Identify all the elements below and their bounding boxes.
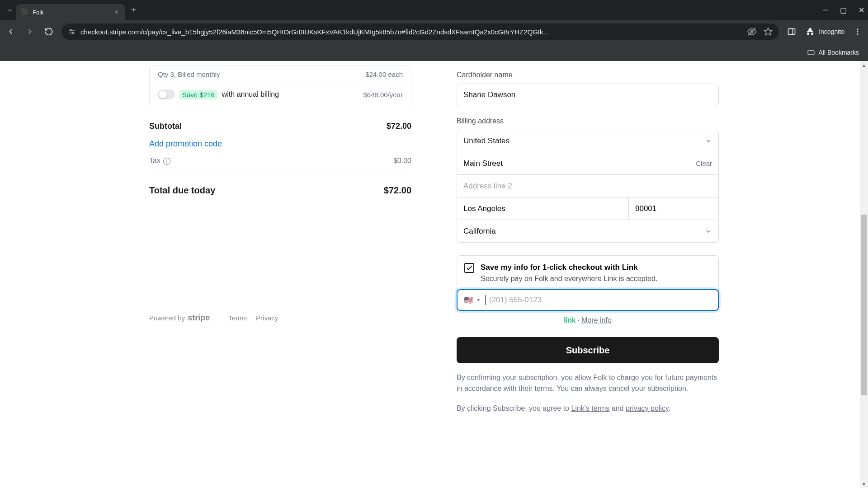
billing-address-group: United States Clear Address line 2 Calif… bbox=[457, 130, 719, 243]
new-tab-button[interactable]: + bbox=[125, 5, 143, 15]
incognito-label: Incognito bbox=[819, 28, 844, 35]
payment-form-column: Cardholder name Shane Dawson Billing add… bbox=[434, 61, 760, 488]
cardholder-label: Cardholder name bbox=[457, 71, 719, 79]
promo-code-link[interactable]: Add promotion code bbox=[149, 139, 411, 149]
tab-strip: ⬛ Folk × + bbox=[4, 0, 143, 20]
bookmark-star-icon[interactable] bbox=[764, 27, 773, 36]
privacy-link[interactable]: Privacy bbox=[256, 314, 278, 322]
links-terms-link[interactable]: Link's terms bbox=[571, 404, 609, 412]
menu-icon[interactable] bbox=[852, 26, 863, 38]
annual-toggle[interactable] bbox=[158, 89, 175, 99]
phone-placeholder: (201) 555-0123 bbox=[489, 296, 542, 305]
folder-icon bbox=[807, 48, 815, 56]
subtotal-value: $72.00 bbox=[387, 122, 411, 131]
order-summary-column: Qty 3, Billed monthly $24.00 each Save $… bbox=[108, 61, 434, 488]
each-price: $24.00 each bbox=[365, 70, 403, 78]
tab-title: Folk bbox=[33, 9, 109, 16]
scrollbar[interactable]: ▲ ▼ bbox=[860, 61, 868, 488]
all-bookmarks-button[interactable]: All Bookmarks bbox=[819, 49, 859, 56]
cardholder-input[interactable]: Shane Dawson bbox=[457, 84, 719, 106]
address1-input[interactable] bbox=[463, 159, 696, 168]
site-settings-icon[interactable] bbox=[68, 28, 76, 36]
divider bbox=[219, 314, 219, 323]
chevron-down-icon: ▼ bbox=[476, 298, 481, 302]
link-title: Save my info for 1-click checkout with L… bbox=[481, 263, 638, 272]
flag-icon[interactable]: 🇺🇸 bbox=[464, 296, 475, 305]
save-badge: Save $216 bbox=[179, 90, 217, 99]
address-bar[interactable]: checkout.stripe.com/c/pay/cs_live_b15hgj… bbox=[61, 23, 779, 40]
maximize-icon[interactable]: ▢ bbox=[840, 6, 847, 14]
page-content: Qty 3, Billed monthly $24.00 each Save $… bbox=[0, 61, 868, 488]
svg-point-2 bbox=[70, 30, 71, 31]
tax-value: $0.00 bbox=[393, 157, 411, 165]
city-input[interactable] bbox=[457, 197, 628, 220]
country-select[interactable]: United States bbox=[457, 130, 719, 152]
window-controls: ─ ▢ ✕ bbox=[823, 6, 864, 14]
info-icon[interactable]: i bbox=[163, 158, 170, 165]
url-text: checkout.stripe.com/c/pay/cs_live_b15hgj… bbox=[80, 28, 743, 36]
favicon-icon: ⬛ bbox=[21, 8, 29, 16]
disclaimer-2: By clicking Subscribe, you agree to Link… bbox=[457, 403, 719, 414]
close-icon[interactable]: × bbox=[113, 7, 120, 17]
svg-point-9 bbox=[857, 28, 859, 30]
subtotal-label: Subtotal bbox=[149, 122, 182, 131]
svg-marker-6 bbox=[764, 28, 772, 35]
tax-label: Tax bbox=[149, 157, 160, 164]
text-cursor bbox=[485, 295, 486, 305]
chevron-down-icon bbox=[705, 228, 712, 235]
link-subtitle: Securely pay on Folk and everywhere Link… bbox=[481, 275, 711, 283]
powered-by-label: Powered by bbox=[149, 314, 185, 322]
minimize-icon[interactable]: ─ bbox=[823, 6, 828, 14]
reload-button[interactable] bbox=[42, 25, 55, 38]
total-label: Total due today bbox=[149, 185, 215, 196]
subscribe-button[interactable]: Subscribe bbox=[457, 337, 719, 363]
back-button[interactable] bbox=[5, 25, 17, 38]
state-select[interactable]: California bbox=[457, 220, 719, 243]
bookmarks-bar: All Bookmarks bbox=[0, 43, 868, 61]
svg-point-3 bbox=[72, 33, 74, 34]
zip-input[interactable] bbox=[628, 197, 719, 220]
scroll-down-icon[interactable]: ▼ bbox=[860, 480, 868, 488]
address2-input[interactable]: Address line 2 bbox=[457, 175, 719, 197]
incognito-icon bbox=[805, 27, 815, 37]
eye-off-icon[interactable] bbox=[747, 27, 756, 36]
browser-toolbar: checkout.stripe.com/c/pay/cs_live_b15hgj… bbox=[0, 20, 868, 43]
scroll-up-icon[interactable]: ▲ bbox=[860, 61, 868, 69]
chevron-down-icon bbox=[705, 137, 712, 145]
save-info-checkbox[interactable] bbox=[464, 263, 474, 273]
more-info-link[interactable]: More info bbox=[581, 316, 612, 324]
side-panel-icon[interactable] bbox=[785, 25, 798, 38]
annual-price: $648.00/year bbox=[363, 91, 403, 99]
footer: Powered by stripe Terms Privacy bbox=[149, 313, 411, 323]
scroll-thumb[interactable] bbox=[861, 215, 867, 395]
qty-line: Qty 3, Billed monthly bbox=[158, 70, 220, 78]
dot-separator: · bbox=[577, 316, 579, 324]
svg-point-10 bbox=[857, 31, 859, 33]
close-window-icon[interactable]: ✕ bbox=[859, 6, 864, 14]
incognito-indicator[interactable]: Incognito bbox=[805, 27, 844, 37]
terms-link[interactable]: Terms bbox=[228, 314, 247, 322]
plan-box: Qty 3, Billed monthly $24.00 each Save $… bbox=[149, 66, 411, 106]
billing-label: Billing address bbox=[457, 117, 719, 125]
annual-text: with annual billing bbox=[222, 90, 279, 99]
total-value: $72.00 bbox=[384, 185, 411, 196]
svg-point-11 bbox=[857, 33, 859, 35]
title-bar: ⬛ Folk × + ─ ▢ ✕ bbox=[0, 0, 868, 20]
link-brand: link bbox=[564, 316, 576, 324]
svg-rect-7 bbox=[788, 28, 795, 34]
disclaimer-1: By confirming your subscription, you all… bbox=[457, 372, 719, 394]
link-save-box: Save my info for 1-click checkout with L… bbox=[457, 255, 719, 311]
phone-input[interactable]: 🇺🇸 ▼ (201) 555-0123 bbox=[457, 289, 719, 311]
stripe-logo: stripe bbox=[188, 313, 210, 323]
divider bbox=[149, 175, 411, 175]
browser-tab[interactable]: ⬛ Folk × bbox=[16, 4, 125, 20]
forward-button[interactable] bbox=[24, 25, 36, 38]
tab-search-icon[interactable] bbox=[4, 4, 16, 17]
privacy-policy-link[interactable]: privacy policy bbox=[626, 404, 669, 412]
clear-button[interactable]: Clear bbox=[696, 160, 712, 167]
